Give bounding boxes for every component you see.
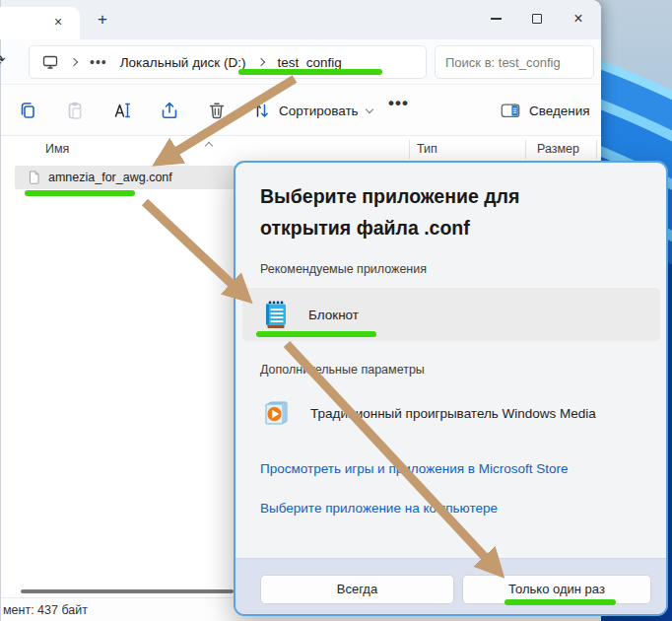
store-link[interactable]: Просмотреть игры и приложения в Microsof… — [260, 461, 568, 476]
chevron-down-icon — [365, 104, 372, 112]
column-divider[interactable] — [596, 140, 597, 159]
file-name[interactable]: amnezia_for_awg.conf — [48, 171, 172, 184]
column-divider[interactable] — [525, 140, 526, 159]
maximize-button[interactable] — [520, 5, 554, 33]
command-toolbar: Сортировать ••• Сведения — [1, 86, 601, 136]
this-pc-icon — [42, 55, 58, 69]
column-headers: Имя Тип Размер — [1, 136, 601, 164]
see-more-button[interactable]: ••• — [388, 94, 409, 113]
more-options-label: Дополнительные параметры — [260, 363, 425, 377]
copy-icon[interactable] — [17, 100, 38, 121]
column-header-size[interactable]: Размер — [537, 142, 579, 156]
refresh-icon[interactable]: ⟳ — [0, 51, 6, 69]
column-header-type[interactable]: Тип — [417, 142, 437, 156]
dialog-footer: Всегда Только один раз — [235, 558, 666, 614]
browse-app-link[interactable]: Выберите приложение на компьютере — [260, 501, 498, 516]
paste-icon[interactable] — [64, 100, 86, 121]
column-divider[interactable] — [409, 140, 410, 159]
document-icon — [28, 170, 40, 185]
tab-bar: × + × — [1, 0, 601, 39]
address-row: ⟳ ••• Локальный диск (D:) test_config — [1, 39, 601, 85]
horizontal-scrollbar[interactable] — [21, 589, 234, 593]
highlight-underline-breadcrumb — [238, 69, 382, 75]
tab-close-icon[interactable]: × — [49, 14, 67, 32]
app-option-wmp[interactable]: Традиционный проигрыватель Windows Media — [242, 388, 660, 438]
app-label-wmp: Традиционный проигрыватель Windows Media — [310, 406, 596, 421]
minimize-icon — [491, 18, 502, 20]
breadcrumb-overflow-icon[interactable]: ••• — [90, 54, 107, 70]
close-button[interactable]: × — [562, 5, 595, 33]
always-button[interactable]: Всегда — [260, 575, 454, 604]
chevron-right-icon — [257, 58, 265, 66]
highlight-underline-file — [25, 190, 135, 196]
rename-icon[interactable] — [111, 100, 133, 121]
new-tab-button[interactable]: + — [92, 9, 113, 31]
notepad-icon — [262, 300, 289, 330]
delete-icon[interactable] — [206, 100, 228, 121]
search-input[interactable] — [445, 55, 583, 70]
wmp-icon — [262, 399, 291, 428]
chevron-right-icon — [70, 58, 78, 66]
open-with-dialog: Выберите приложение для открытия файла .… — [234, 161, 668, 616]
search-box[interactable] — [435, 45, 594, 79]
sort-label: Сортировать — [279, 104, 359, 118]
minimize-button[interactable] — [479, 5, 512, 33]
breadcrumb-folder[interactable]: test_config — [277, 55, 341, 70]
sort-button[interactable]: Сортировать — [251, 98, 372, 123]
sort-arrows-icon — [251, 101, 271, 120]
share-icon[interactable] — [159, 100, 180, 121]
explorer-tab[interactable]: × — [0, 7, 80, 39]
details-label: Сведения — [529, 104, 590, 118]
sort-ascending-icon — [205, 142, 213, 150]
highlight-underline-notepad — [256, 331, 376, 337]
highlight-underline-once-button — [504, 599, 616, 605]
maximize-icon — [532, 14, 542, 24]
status-text: мент: 437 байт — [3, 603, 88, 617]
recommended-apps-label: Рекомендуемые приложения — [260, 262, 427, 276]
breadcrumb-drive[interactable]: Локальный диск (D:) — [120, 55, 246, 70]
column-header-name[interactable]: Имя — [45, 142, 69, 156]
details-pane-icon — [500, 101, 521, 120]
details-pane-button[interactable]: Сведения — [500, 98, 590, 123]
dialog-title: Выберите приложение для открытия файла .… — [260, 181, 600, 243]
app-label-notepad: Блокнот — [308, 308, 359, 322]
